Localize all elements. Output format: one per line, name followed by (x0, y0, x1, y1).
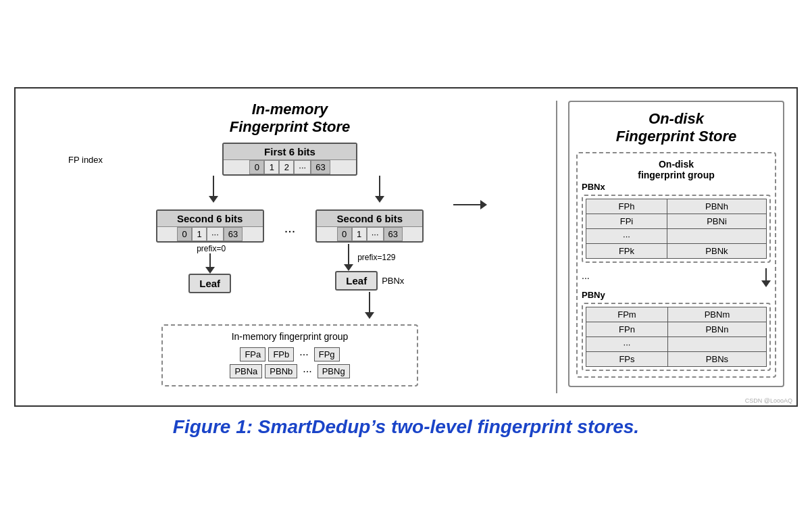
fpg: FPg (314, 347, 340, 361)
second-cells-right: 0 1 ··· 63 (337, 227, 403, 241)
watermark: CSDN @LoooAQ (745, 397, 792, 404)
vertical-divider (556, 101, 557, 393)
prefix0-label: prefix=0 (197, 244, 226, 253)
inmem-group-title: In-memory fingerprint group (170, 331, 410, 342)
pbnx-label: PBNx (382, 276, 404, 286)
scell-63: 63 (224, 227, 243, 241)
ondisk-top-table: FPh PBNh FPi PBNi ··· FPk (586, 199, 767, 259)
fp-index-label: FP index (68, 155, 103, 165)
second-bits-label-left: Second 6 bits (157, 211, 263, 227)
pbns: PBNs (667, 352, 766, 367)
ondisk-outer-dashed: On-diskfingerprint group PBNx FPh PBNh F… (576, 152, 776, 378)
diagram-area: In-memory Fingerprint Store FP index Fir… (14, 87, 798, 407)
main-container: In-memory Fingerprint Store FP index Fir… (14, 87, 798, 438)
scell2-dots: ··· (367, 227, 384, 241)
pbna: PBNa (230, 364, 262, 378)
inmem-group-box: In-memory fingerprint group FPa FPb ··· … (161, 324, 418, 386)
cell-2: 2 (279, 160, 294, 174)
pbng: PBNg (318, 364, 350, 378)
scell2-1: 1 (352, 227, 367, 241)
left-title: In-memory Fingerprint Store (230, 101, 350, 136)
fpa: FPa (240, 347, 265, 361)
pbny-ondisk: PBNy (582, 290, 771, 300)
figure-caption: Figure 1: SmartDedup’s two-level fingerp… (173, 416, 639, 438)
fph: FPh (586, 199, 667, 214)
fpm: FPm (586, 307, 668, 322)
scell2-63: 63 (384, 227, 403, 241)
second-bits-box-right: Second 6 bits 0 1 ··· 63 (315, 209, 424, 243)
leaf-box-left: Leaf (188, 274, 231, 293)
panel-left: In-memory Fingerprint Store FP index Fir… (28, 101, 552, 393)
inmem-group-table: FPa FPb ··· FPg PBNa PBNb ··· PBNg (170, 346, 410, 380)
cell-63: 63 (311, 160, 330, 174)
ondisk-bottom-table: FPm PBNm FPn PBNn ··· FPs (586, 307, 767, 367)
first-bits-label: First 6 bits (224, 144, 356, 160)
scell-dots: ··· (207, 227, 224, 241)
fps: FPs (586, 352, 668, 367)
table-row: FPi PBNi (586, 214, 767, 229)
table-row: FPh PBNh (586, 199, 767, 214)
pbnk: PBNk (667, 244, 766, 259)
pbnm: PBNm (667, 307, 766, 322)
middle-dots: ··· (284, 223, 296, 239)
second-cells-left: 0 1 ··· 63 (177, 227, 243, 241)
pbni: PBNi (667, 214, 766, 229)
first-cells: 0 1 2 ··· 63 (249, 160, 330, 174)
second-bits-label-right: Second 6 bits (317, 211, 422, 227)
scell-0: 0 (177, 227, 192, 241)
ondisk-group-title: On-diskfingerprint group (582, 159, 771, 180)
pbnn: PBNn (667, 322, 766, 337)
pbnb: PBNb (265, 364, 297, 378)
table-row: ··· (586, 229, 767, 244)
row1-dots: ··· (299, 349, 308, 361)
right-title: On-disk Fingerprint Store (616, 110, 736, 145)
cell-dots: ··· (294, 160, 311, 174)
pbnh: PBNh (667, 199, 766, 214)
second-bits-box-left: Second 6 bits 0 1 ··· 63 (156, 209, 264, 243)
dots-row: ··· (586, 229, 667, 244)
fpk: FPk (586, 244, 667, 259)
table-row: FPk PBNk (586, 244, 767, 259)
fpn: FPn (586, 322, 668, 337)
row2-dots: ··· (303, 366, 311, 378)
cell-1: 1 (264, 160, 279, 174)
inmem-row1: FPa FPb ··· FPg (170, 347, 410, 361)
table-row: FPs PBNs (586, 352, 767, 367)
table-row: FPn PBNn (586, 322, 767, 337)
cross-arrow (453, 200, 487, 209)
first-bits-box: First 6 bits 0 1 2 ··· 63 (222, 143, 357, 176)
between-dots: ··· (582, 272, 590, 283)
table-row: ··· (586, 337, 767, 352)
fpb: FPb (268, 347, 294, 361)
pbnx-ondisk: PBNx (582, 182, 771, 192)
ondisk-top-group: FPh PBNh FPi PBNi ··· FPk (582, 195, 771, 263)
scell-1: 1 (192, 227, 207, 241)
table-row: FPm PBNm (586, 307, 767, 322)
leaf-box-right: Leaf (335, 271, 378, 291)
fpi: FPi (586, 214, 667, 229)
ondisk-bottom-group: FPm PBNm FPn PBNn ··· FPs (582, 303, 771, 371)
dots-row4 (667, 337, 766, 352)
cell-0: 0 (249, 160, 264, 174)
scell2-0: 0 (337, 227, 352, 241)
inmem-row2: PBNa PBNb ··· PBNg (170, 364, 410, 378)
dots-row3: ··· (586, 337, 668, 352)
prefix129-label: prefix=129 (357, 253, 395, 262)
dots-row2 (667, 229, 766, 244)
panel-right: On-disk Fingerprint Store On-diskfingerp… (568, 101, 784, 387)
